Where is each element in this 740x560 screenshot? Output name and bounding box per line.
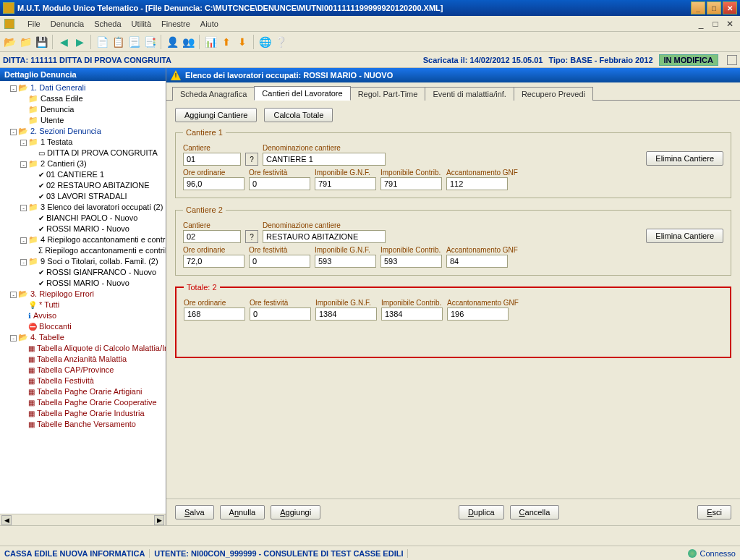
tb-save-icon[interactable]: 💾 (35, 35, 48, 48)
aggiungi-button[interactable]: Aggiungi (271, 505, 320, 519)
input-c1-ore-ord[interactable] (183, 177, 244, 190)
mdi-close[interactable]: ✕ (724, 19, 736, 29)
tree-tab-banche[interactable]: ▦ Tabelle Banche Versamento (28, 419, 136, 430)
minimize-button[interactable]: _ (691, 1, 705, 14)
duplica-button[interactable]: Duplica (459, 505, 504, 519)
input-cantiere-1-num[interactable] (183, 153, 241, 166)
tree-tabelle[interactable]: 📂4. Tabelle (18, 332, 64, 343)
tb-doc4-icon[interactable]: 📑 (143, 35, 156, 48)
input-c1-imp-gnf[interactable] (315, 177, 376, 190)
toggle-icon[interactable]: - (10, 129, 17, 135)
tab-regol-parttime[interactable]: Regol. Part-Time (350, 87, 426, 101)
input-cantiere-2-num[interactable] (183, 230, 241, 243)
menu-utilita[interactable]: Utilità (132, 20, 152, 28)
tree-avviso[interactable]: ℹ Avviso (28, 310, 56, 321)
toggle-icon[interactable]: - (20, 161, 27, 168)
tree-tab-anzianita[interactable]: ▦ Tabella Anzianità Malattia (28, 354, 127, 365)
tree-riepilogo-leaf[interactable]: Σ Riepilogo accantonamenti e contributi (38, 245, 166, 256)
tb-folder-icon[interactable]: 📁 (19, 35, 32, 48)
tree-cantiere-3[interactable]: ✔ 03 LAVORI STRADALI (38, 191, 127, 202)
tree-h-scrollbar[interactable]: ◀ ▶ (0, 514, 166, 525)
tree-testata[interactable]: 📁1 Testata (28, 137, 72, 148)
elimina-cantiere-2-button[interactable]: Elimina Cantiere (646, 229, 723, 243)
tree-rossi-mario-2[interactable]: ✔ ROSSI MARIO - Nuovo (38, 278, 129, 289)
input-c2-ore-ord[interactable] (183, 255, 244, 268)
toggle-icon[interactable]: - (20, 140, 27, 146)
tb-back-icon[interactable]: ◀ (57, 35, 70, 48)
toggle-icon[interactable]: - (10, 335, 17, 341)
tree-tab-festivita[interactable]: ▦ Tabella Festività (28, 376, 94, 386)
tree[interactable]: -📂1. Dati Generali 📁Cassa Edile 📁Denunci… (0, 81, 166, 514)
input-c1-acc-gnf[interactable] (446, 177, 508, 190)
tb-user-icon[interactable]: 👤 (166, 35, 179, 48)
input-c2-imp-gnf[interactable] (315, 255, 376, 268)
tb-user2-icon[interactable]: 👥 (182, 35, 195, 48)
tree-bianchi-paolo[interactable]: ✔ BIANCHI PAOLO - Nuovo (38, 213, 137, 224)
tree-dati-generali[interactable]: 📂1. Dati Generali (18, 82, 85, 93)
tree-rossi-gianfranco[interactable]: ✔ ROSSI GIANFRANCO - Nuovo (38, 267, 156, 278)
scroll-left-icon[interactable]: ◀ (1, 515, 12, 525)
input-tot-acc-gnf[interactable] (447, 307, 509, 321)
input-tot-imp-contr[interactable] (381, 307, 443, 321)
tree-cantiere-1[interactable]: ✔ 01 CANTIERE 1 (38, 169, 104, 180)
toggle-icon[interactable]: - (20, 259, 27, 266)
input-c2-acc-gnf[interactable] (446, 255, 508, 268)
tb-up-icon[interactable]: ⬆ (220, 35, 233, 48)
close-button[interactable]: ✕ (723, 1, 737, 14)
tab-eventi-malattia[interactable]: Eventi di malattia/inf. (425, 87, 514, 101)
tree-elenco-lavoratori[interactable]: 📁3 Elenco dei lavoratori occupati (2) (28, 202, 163, 213)
tree-riepilogo-acc[interactable]: 📁4 Riepilogo accantonamenti e contributi (28, 234, 166, 245)
lookup-cantiere-2-button[interactable]: ? (245, 230, 258, 243)
tb-open-icon[interactable]: 📂 (3, 35, 16, 48)
esci-button[interactable]: Esci (697, 505, 731, 519)
annulla-button[interactable]: Annulla (220, 505, 265, 519)
tb-globe-icon[interactable]: 🌐 (258, 35, 271, 48)
tree-tab-industria[interactable]: ▦ Tabella Paghe Orarie Industria (28, 408, 145, 419)
menu-file[interactable]: File (27, 20, 41, 28)
tree-tutti[interactable]: 💡 * Tutti (28, 300, 59, 310)
menu-finestre[interactable]: Finestre (161, 20, 190, 28)
tab-scheda-anagrafica[interactable]: Scheda Anagrafica (172, 87, 255, 101)
tree-tab-aliquote[interactable]: ▦ Tabella Aliquote di Calcolo Malattia/I… (28, 343, 166, 354)
tb-doc3-icon[interactable]: 📃 (127, 35, 140, 48)
tree-soci-titolari[interactable]: 📁9 Soci o Titolari, collab. Famil. (2) (28, 256, 158, 267)
tree-sezioni-denuncia[interactable]: 📂2. Sezioni Denuncia (18, 126, 101, 137)
elimina-cantiere-1-button[interactable]: Elimina Cantiere (646, 151, 723, 166)
toggle-icon[interactable]: - (20, 237, 27, 244)
tree-cassa-edile[interactable]: 📁Cassa Edile (28, 93, 83, 104)
tab-recupero-prevedi[interactable]: Recupero Prevedi (514, 87, 593, 101)
tb-doc1-icon[interactable]: 📄 (95, 35, 109, 48)
tb-down-icon[interactable]: ⬇ (236, 35, 249, 48)
input-tot-ore-ord[interactable] (184, 307, 245, 321)
input-cantiere-1-denom[interactable] (263, 153, 386, 166)
tb-help-icon[interactable]: ❔ (274, 35, 287, 48)
tree-tab-artigiani[interactable]: ▦ Tabella Paghe Orarie Artigiani (28, 386, 143, 397)
tree-ditta-prova[interactable]: ▭ DITTA DI PROVA CONGRUITA (38, 148, 158, 158)
tree-rossi-mario[interactable]: ✔ ROSSI MARIO - Nuovo (38, 224, 129, 234)
input-c2-ore-fest[interactable] (249, 255, 310, 268)
input-c1-ore-fest[interactable] (249, 177, 310, 190)
calcola-totale-button[interactable]: Calcola Totale (264, 108, 333, 122)
menu-denuncia[interactable]: Denuncia (51, 20, 84, 28)
tree-denuncia[interactable]: 📁Denuncia (28, 104, 74, 115)
aggiungi-cantiere-button[interactable]: Aggiungi Cantiere (175, 108, 257, 122)
input-tot-ore-fest[interactable] (250, 307, 311, 321)
toggle-icon[interactable]: - (20, 205, 27, 211)
scroll-right-icon[interactable]: ▶ (154, 515, 164, 525)
tree-tab-cooperative[interactable]: ▦ Tabella Paghe Orarie Cooperative (28, 397, 157, 408)
toggle-icon[interactable]: - (10, 292, 17, 298)
tab-cantieri-lavoratore[interactable]: Cantieri del Lavoratore (254, 86, 350, 101)
input-c1-imp-contr[interactable] (380, 177, 442, 190)
tree-cantieri[interactable]: 📁2 Cantieri (3) (28, 158, 87, 169)
maximize-button[interactable]: □ (707, 1, 721, 14)
tb-doc2-icon[interactable]: 📋 (111, 35, 124, 48)
mdi-restore[interactable]: □ (710, 19, 721, 29)
input-tot-imp-gnf[interactable] (315, 307, 377, 321)
tree-utente[interactable]: 📁Utente (28, 115, 64, 126)
cancella-button[interactable]: Cancella (510, 505, 560, 519)
tree-tab-cap[interactable]: ▦ Tabella CAP/Province (28, 365, 114, 376)
tree-riepilogo-errori[interactable]: 📂3. Riepilogo Errori (18, 289, 94, 300)
lookup-cantiere-1-button[interactable]: ? (245, 153, 258, 166)
tb-report-icon[interactable]: 📊 (204, 35, 217, 48)
input-c2-imp-contr[interactable] (380, 255, 442, 268)
